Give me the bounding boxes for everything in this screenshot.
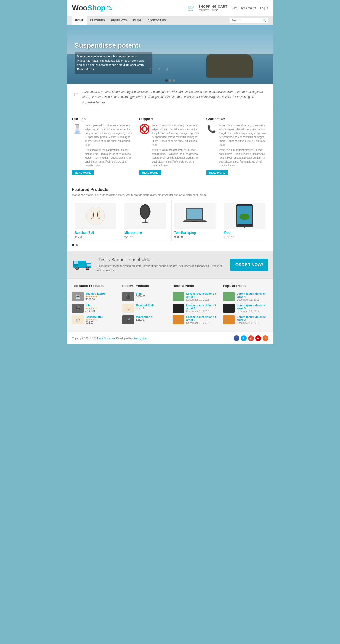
popular-post-date-3: December 11, 2012 (237, 321, 268, 324)
search-icon[interactable]: 🔍 (263, 19, 266, 22)
recent-product-name-3[interactable]: Microphone (136, 315, 152, 318)
footer-wooshop-link[interactable]: WooShop Lite (99, 337, 115, 340)
product-baseball-name[interactable]: Baseball Ball (75, 231, 116, 235)
twitter-icon[interactable]: t (241, 335, 247, 341)
recent-post-item-2: Lorem ipsum dolor sit amet 3 December 11… (173, 304, 218, 313)
products-dot-1[interactable] (72, 244, 74, 246)
top-rated-info-1: Toshiba laptop ★★★★★ $300.00 (86, 292, 106, 301)
truck-icon (72, 255, 93, 274)
recent-post-title-1[interactable]: Lorem ipsum dolor sit amet 4 (186, 292, 218, 298)
svg-rect-17 (187, 209, 202, 219)
hero-description: Maecenas eget ultricies leo. Fusce quis … (75, 52, 152, 74)
cart-icon: 🛒 (188, 4, 196, 12)
contact-read-more-button[interactable]: READ MORE (206, 170, 228, 175)
nav-item-blog[interactable]: BLOG (130, 16, 145, 25)
top-rated-price-1: $300.00 (86, 298, 106, 301)
popular-post-date-1: December 11, 2012 (237, 298, 268, 301)
popular-post-title-2[interactable]: Lorem ipsum dolor sit amet 3 (237, 304, 268, 310)
product-ipad-name[interactable]: iPad (224, 231, 265, 235)
nav-item-products[interactable]: PRODUCTS (108, 16, 130, 25)
recent-post-date-2: December 11, 2012 (186, 310, 218, 313)
footer-dessky-link[interactable]: Dessky.com (133, 337, 147, 340)
product-laptop-name[interactable]: Toshiba laptop (174, 231, 216, 235)
ipad-svg (235, 204, 254, 228)
svg-marker-18 (183, 220, 207, 221)
hero-dot-2[interactable] (169, 79, 171, 82)
cart-link[interactable]: Cart (231, 6, 237, 10)
microphone-svg (137, 204, 153, 228)
top-rated-name-3[interactable]: Baseball Ball (86, 315, 103, 318)
top-rated-stars-2: ★★★★☆ (86, 307, 97, 310)
popular-post-thumb-2 (223, 304, 235, 313)
footer-social-links: f t g+ ▶ rss (234, 335, 268, 341)
svg-rect-29 (74, 261, 78, 264)
popular-post-title-3[interactable]: Lorem ipsum dolor sit amet 2 (237, 315, 268, 321)
svg-point-33 (76, 267, 78, 269)
truck-svg (72, 255, 93, 271)
recent-product-name-1[interactable]: Film (136, 292, 145, 295)
quote-text: Suspendisse potenti. Maecenas eget ultri… (82, 89, 267, 105)
top-rated-name-1[interactable]: Toshiba laptop (86, 292, 106, 295)
feature-lab-text: Lorem ipsum dolor sit amet, consectetur … (85, 124, 134, 169)
product-ipad-image (224, 203, 265, 229)
my-account-link[interactable]: My Account (241, 6, 256, 10)
recent-product-info-2: Baseball Ball $12.00 (136, 304, 154, 310)
top-rated-stars-3: ★★★★☆ (86, 318, 103, 321)
product-laptop-image (174, 203, 216, 229)
svg-rect-31 (87, 264, 91, 266)
svg-rect-3 (75, 124, 79, 125)
products-dot-2[interactable] (76, 244, 78, 246)
product-microphone-price: $25.00 (124, 236, 166, 239)
quote-section: " Suspendisse potenti. Maecenas eget ult… (67, 84, 273, 110)
support-read-more-button[interactable]: READ MORE (139, 170, 161, 175)
hero-title: Suspendisse potenti (75, 42, 152, 50)
recent-post-title-3[interactable]: Lorem ipsum dolor sit amet 2 (186, 315, 218, 321)
hero-cta[interactable]: Order Now » (77, 68, 94, 71)
account-links: Cart | My Account | Log In (231, 6, 268, 10)
hero-birds: 🕊 🕊 🕊 (149, 68, 168, 71)
recent-post-title-2[interactable]: Lorem ipsum dolor sit amet 3 (186, 304, 218, 310)
recent-product-item-3: 🎤 Microphone $25.00 (122, 315, 168, 324)
feature-support-icon (139, 124, 150, 134)
popular-post-item-1: Lorem ipsum dolor sit amet 4 December 11… (223, 292, 268, 301)
svg-point-35 (86, 267, 89, 269)
search-input[interactable] (232, 19, 263, 22)
recent-product-price-3: $25.00 (136, 318, 152, 321)
nav-item-home[interactable]: HOME (72, 16, 87, 25)
nav-item-features[interactable]: FEATURES (87, 16, 108, 25)
recent-post-date-1: December 11, 2012 (186, 298, 218, 301)
banner-description: Class aptent taciti sociosqu ad litora t… (97, 264, 226, 272)
banner-section: This is Banner Placeholder Class aptent … (67, 252, 273, 278)
banner-order-button[interactable]: ORDER NOW! (230, 259, 268, 271)
hero-dot-3[interactable] (173, 79, 175, 82)
nav-items: HOME FEATURES PRODUCTS BLOG CONTACT US (72, 16, 169, 25)
top-rated-item-1: 💻 Toshiba laptop ★★★★★ $300.00 (72, 292, 117, 301)
nav-item-contact[interactable]: CONTACT US (144, 16, 169, 25)
facebook-icon[interactable]: f (234, 335, 239, 341)
product-baseball: Baseball Ball $12.00 (72, 200, 119, 242)
recent-post-thumb-3 (173, 315, 184, 324)
logo-woo: Woo (72, 4, 88, 12)
svg-point-10 (86, 207, 105, 225)
product-laptop: Toshiba laptop $300.00 (171, 200, 219, 242)
lab-read-more-button[interactable]: READ MORE (72, 170, 94, 175)
svg-rect-15 (142, 222, 148, 223)
youtube-icon[interactable]: ▶ (255, 335, 261, 341)
navigation: HOME FEATURES PRODUCTS BLOG CONTACT US 🔍 (67, 16, 273, 25)
recent-product-name-2[interactable]: Baseball Ball (136, 304, 154, 307)
popular-post-title-1[interactable]: Lorem ipsum dolor sit amet 4 (237, 292, 268, 298)
hero-image: 🕊 🕊 🕊 Suspendisse potenti Maecenas eget … (67, 25, 273, 84)
recent-post-info-1: Lorem ipsum dolor sit amet 4 December 11… (186, 292, 218, 301)
hero-dot-1[interactable] (165, 79, 168, 82)
laptop-svg (182, 206, 208, 226)
header: WooShop lite 🛒 SHOPPING CART You have 0 … (67, 0, 273, 16)
login-link[interactable]: Log In (260, 6, 268, 10)
recent-product-item-1: 🎬 Film $400.00 (122, 292, 168, 301)
top-rated-name-2[interactable]: Film (86, 304, 97, 307)
recent-product-price-2: $12.00 (136, 307, 154, 310)
product-microphone-name[interactable]: Microphone (124, 231, 166, 235)
lifebuoy-icon (140, 124, 149, 134)
googleplus-icon[interactable]: g+ (248, 335, 254, 341)
top-rated-info-3: Baseball Ball ★★★★☆ $12.00 (86, 315, 103, 324)
rss-icon[interactable]: rss (263, 335, 268, 341)
